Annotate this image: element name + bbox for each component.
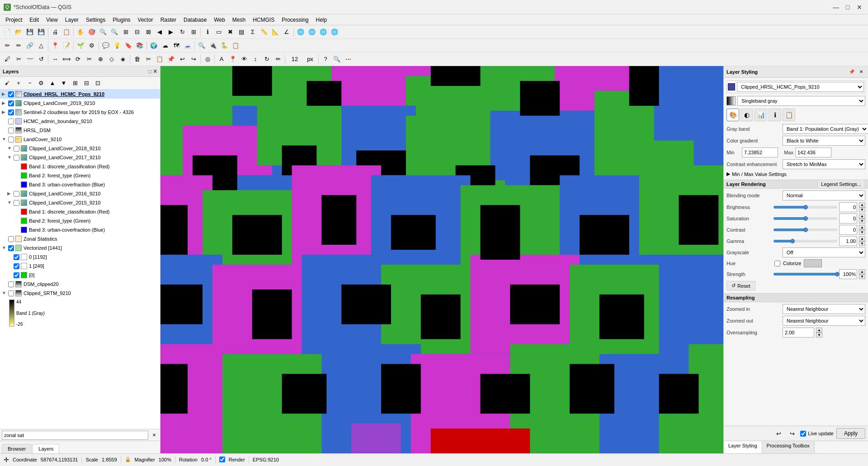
zoom-to-layer-btn[interactable]: ⊠ bbox=[143, 27, 154, 38]
grayscale-dropdown[interactable]: Off bbox=[783, 247, 865, 257]
layer-visibility-checkbox[interactable] bbox=[8, 100, 14, 106]
panel-expand-icon[interactable]: □ bbox=[148, 68, 151, 75]
snapping-btn[interactable]: 🔗 bbox=[24, 40, 35, 51]
symbology-icon-btn[interactable]: 🎨 bbox=[726, 109, 739, 121]
menu-hcmgis[interactable]: HCMGIS bbox=[249, 16, 278, 24]
layer-item[interactable]: Band 1: discrete_classification (Red) bbox=[0, 162, 160, 171]
layer-visibility-checkbox[interactable] bbox=[8, 119, 14, 124]
layer-expand-icon[interactable]: ▶ bbox=[2, 91, 7, 97]
georef-btn[interactable]: 📍 bbox=[50, 40, 61, 51]
node-tool-btn[interactable]: ◇ bbox=[106, 54, 117, 65]
measure-line-btn[interactable]: 📏 bbox=[259, 27, 269, 38]
mapcanvas-btn[interactable]: 🗺 bbox=[171, 40, 182, 51]
close-panel-btn[interactable]: ✕ bbox=[857, 68, 865, 76]
layer-item[interactable]: Zonal Statistics bbox=[0, 234, 160, 243]
layer-expand-icon[interactable] bbox=[2, 236, 7, 242]
layer-item[interactable]: ▶ Clipped_LandCover_2016_9210 bbox=[0, 189, 160, 198]
layer-item[interactable]: ▼ 📁 LandCover_9210 bbox=[0, 135, 160, 144]
layer-visibility-checkbox[interactable] bbox=[8, 109, 14, 115]
menu-web[interactable]: Web bbox=[210, 16, 228, 24]
menu-layer[interactable]: Layer bbox=[61, 16, 82, 24]
rotate-feature-btn[interactable]: ↺ bbox=[36, 54, 47, 65]
min-input[interactable] bbox=[742, 147, 778, 157]
renderer-type-dropdown[interactable]: Singleband gray bbox=[737, 96, 865, 106]
globe-btn[interactable]: 🌍 bbox=[148, 40, 159, 51]
add-wms-btn[interactable]: 🌐 bbox=[295, 27, 306, 38]
layers-tab[interactable]: Layers bbox=[33, 444, 59, 453]
max-input[interactable] bbox=[795, 147, 831, 157]
layer-expand-icon[interactable] bbox=[2, 128, 7, 133]
brightness-value-input[interactable] bbox=[839, 202, 857, 212]
strength-value-input[interactable] bbox=[839, 269, 857, 279]
layer-item[interactable]: ▶ Sentinel-2 cloudless layer for 2019 by… bbox=[0, 108, 160, 117]
open-properties-btn[interactable]: ⚙ bbox=[36, 78, 47, 89]
layer-visibility-checkbox[interactable] bbox=[8, 128, 14, 133]
new-project-btn[interactable]: 📄 bbox=[2, 27, 13, 38]
menu-database[interactable]: Database bbox=[180, 16, 210, 24]
layer-item[interactable]: [0] bbox=[0, 271, 160, 280]
layer-item[interactable]: HRSL_DSM bbox=[0, 126, 160, 135]
maximize-button[interactable]: □ bbox=[843, 2, 853, 12]
zoom-to-selection-btn[interactable]: ⊟ bbox=[132, 27, 142, 38]
zoom-next-btn[interactable]: ▶ bbox=[165, 27, 176, 38]
contrast-dropdown[interactable]: Stretch to MinMax bbox=[783, 159, 865, 169]
layer-expand-icon[interactable]: ▶ bbox=[7, 191, 13, 196]
layer-item[interactable]: Band 2: forest_type (Green) bbox=[0, 216, 160, 225]
measure-angle-btn[interactable]: ∠ bbox=[281, 27, 292, 38]
python-console-btn[interactable]: 🐍 bbox=[219, 40, 230, 51]
split-feature-btn[interactable]: ✂ bbox=[84, 54, 94, 65]
layers-search-input[interactable] bbox=[2, 431, 148, 440]
add-layer-btn[interactable]: + bbox=[13, 78, 24, 89]
zoom-out-btn[interactable]: 🔍 bbox=[109, 27, 120, 38]
map-tips-btn[interactable]: 💡 bbox=[112, 40, 123, 51]
rotate-labels-btn[interactable]: ↻ bbox=[261, 54, 272, 65]
layer-expand-icon[interactable]: ▶ bbox=[2, 109, 7, 115]
delete-selected-btn[interactable]: 🗑 bbox=[132, 54, 142, 65]
processing-toolbox-tab[interactable]: Processing Toolbox bbox=[762, 441, 815, 453]
strength-slider-track[interactable] bbox=[774, 273, 837, 276]
layer-expand-icon[interactable]: ▼ bbox=[7, 200, 13, 205]
colorize-swatch[interactable] bbox=[804, 259, 822, 267]
layer-visibility-checkbox[interactable] bbox=[8, 91, 14, 97]
menu-processing[interactable]: Processing bbox=[278, 16, 312, 24]
browser-tab[interactable]: Browser bbox=[2, 444, 32, 453]
add-xyz-btn[interactable]: 🌐 bbox=[329, 27, 340, 38]
change-label-btn[interactable]: ✏ bbox=[273, 54, 283, 65]
freehand-btn[interactable]: 〰 bbox=[24, 54, 35, 65]
annotation-btn[interactable]: 💬 bbox=[100, 40, 111, 51]
layer-item[interactable]: ▼ Clipped_LandCover_2018_9210 bbox=[0, 144, 160, 153]
layers-search-clear-btn[interactable]: ✕ bbox=[150, 431, 158, 439]
gamma-spin-down[interactable]: ▼ bbox=[859, 241, 865, 246]
layer-visibility-checkbox[interactable] bbox=[14, 146, 19, 152]
layer-expand-icon[interactable]: ▼ bbox=[7, 155, 13, 160]
font-size-input[interactable]: 12 bbox=[287, 54, 303, 65]
panel-close-icon[interactable]: ✕ bbox=[153, 68, 157, 75]
contrast-value-input[interactable] bbox=[839, 225, 857, 235]
strength-spin-up[interactable]: ▲ bbox=[859, 269, 865, 274]
saturation-spin-down[interactable]: ▼ bbox=[859, 219, 865, 223]
add-wcs-btn[interactable]: 🌐 bbox=[318, 27, 329, 38]
zoom-in-btn[interactable]: 🔍 bbox=[98, 27, 108, 38]
render-checkbox[interactable] bbox=[219, 456, 225, 462]
pan-to-selection-btn[interactable]: 🎯 bbox=[86, 27, 97, 38]
menu-plugins[interactable]: Plugins bbox=[109, 16, 134, 24]
zoomed-in-dropdown[interactable]: Nearest Neighbour bbox=[783, 304, 865, 314]
remove-layer-btn[interactable]: − bbox=[24, 78, 35, 89]
deselect-all-btn[interactable]: ✖ bbox=[225, 27, 236, 38]
composer-manager-btn[interactable]: 📋 bbox=[61, 27, 72, 38]
layer-notes-btn[interactable]: 📝 bbox=[61, 40, 72, 51]
oversampling-spin-down[interactable]: ▼ bbox=[816, 333, 822, 338]
layer-down-btn[interactable]: ▼ bbox=[58, 78, 69, 89]
layer-item[interactable]: ▼ Clipped_SRTM_9210 bbox=[0, 289, 160, 298]
expand-all-btn[interactable]: ⊞ bbox=[70, 78, 80, 89]
layer-expand-icon[interactable]: ▼ bbox=[2, 137, 7, 142]
gray-band-dropdown[interactable]: Band 1: Population Count (Gray) bbox=[783, 124, 868, 134]
plugins-btn[interactable]: 🔌 bbox=[208, 40, 218, 51]
layer-visibility-checkbox[interactable] bbox=[14, 155, 19, 161]
identify-features-btn[interactable]: ℹ bbox=[202, 27, 213, 38]
menu-mesh[interactable]: Mesh bbox=[229, 16, 249, 24]
gamma-value-input[interactable] bbox=[839, 236, 857, 246]
undo-btn[interactable]: ↩ bbox=[177, 54, 188, 65]
new-bookmark-btn[interactable]: 🔖 bbox=[123, 40, 134, 51]
menu-project[interactable]: Project bbox=[2, 16, 26, 24]
